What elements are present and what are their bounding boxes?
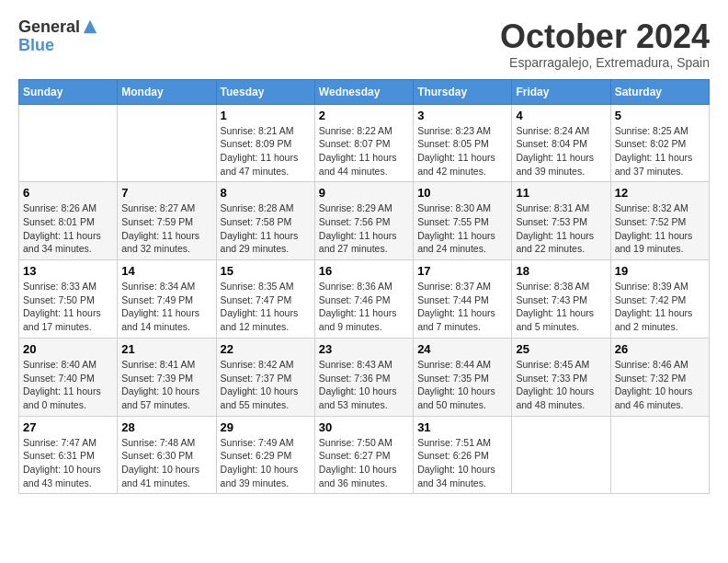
day-info: Sunrise: 8:40 AMSunset: 7:40 PMDaylight:… xyxy=(23,358,113,412)
day-number: 21 xyxy=(121,342,211,356)
day-number: 4 xyxy=(516,109,606,122)
day-number: 30 xyxy=(319,420,409,434)
logo-general-text: General xyxy=(18,18,80,37)
day-info: Sunrise: 8:29 AMSunset: 7:56 PMDaylight:… xyxy=(319,201,409,256)
day-number: 20 xyxy=(23,342,113,356)
day-number: 28 xyxy=(121,420,211,434)
day-info: Sunrise: 8:30 AMSunset: 7:55 PMDaylight:… xyxy=(417,201,507,256)
day-number: 11 xyxy=(516,186,606,200)
day-number: 15 xyxy=(221,264,311,278)
day-info: Sunrise: 8:22 AMSunset: 8:07 PMDaylight:… xyxy=(319,124,409,178)
day-number: 6 xyxy=(23,186,113,200)
weekday-header-row: SundayMondayTuesdayWednesdayThursdayFrid… xyxy=(19,79,710,104)
logo: General Blue xyxy=(18,18,98,55)
calendar-cell: 7Sunrise: 8:27 AMSunset: 7:59 PMDaylight… xyxy=(118,182,216,260)
day-number: 5 xyxy=(615,109,705,122)
day-info: Sunrise: 8:27 AMSunset: 7:59 PMDaylight:… xyxy=(121,201,211,256)
month-title: October 2024 xyxy=(500,18,710,55)
calendar-cell: 17Sunrise: 8:37 AMSunset: 7:44 PMDayligh… xyxy=(414,260,512,339)
day-number: 7 xyxy=(121,186,211,200)
calendar-cell: 26Sunrise: 8:46 AMSunset: 7:32 PMDayligh… xyxy=(610,338,709,416)
day-number: 2 xyxy=(319,109,409,122)
weekday-header: Wednesday xyxy=(314,79,413,104)
weekday-header: Friday xyxy=(512,79,610,104)
calendar-cell: 11Sunrise: 8:31 AMSunset: 7:53 PMDayligh… xyxy=(512,182,610,260)
calendar-cell: 31Sunrise: 7:51 AMSunset: 6:26 PMDayligh… xyxy=(414,416,512,494)
calendar-week-row: 27Sunrise: 7:47 AMSunset: 6:31 PMDayligh… xyxy=(19,416,710,494)
weekday-header: Thursday xyxy=(414,79,512,104)
title-block: October 2024 Esparragalejo, Extremadura,… xyxy=(500,18,710,70)
day-number: 19 xyxy=(615,264,705,278)
calendar-week-row: 1Sunrise: 8:21 AMSunset: 8:09 PMDaylight… xyxy=(19,104,710,182)
logo-blue-text: Blue xyxy=(18,37,80,55)
calendar-cell: 29Sunrise: 7:49 AMSunset: 6:29 PMDayligh… xyxy=(216,416,314,494)
day-number: 29 xyxy=(221,420,311,434)
day-number: 13 xyxy=(23,264,113,278)
calendar-cell: 4Sunrise: 8:24 AMSunset: 8:04 PMDaylight… xyxy=(512,104,610,182)
calendar-cell xyxy=(19,104,118,182)
calendar-cell: 22Sunrise: 8:42 AMSunset: 7:37 PMDayligh… xyxy=(216,338,314,416)
day-info: Sunrise: 7:47 AMSunset: 6:31 PMDaylight:… xyxy=(23,436,113,490)
calendar-cell: 10Sunrise: 8:30 AMSunset: 7:55 PMDayligh… xyxy=(414,182,512,260)
day-info: Sunrise: 7:51 AMSunset: 6:26 PMDaylight:… xyxy=(417,436,507,490)
calendar-cell: 3Sunrise: 8:23 AMSunset: 8:05 PMDaylight… xyxy=(414,104,512,182)
day-info: Sunrise: 8:42 AMSunset: 7:37 PMDaylight:… xyxy=(221,358,311,412)
day-info: Sunrise: 8:25 AMSunset: 8:02 PMDaylight:… xyxy=(615,124,705,178)
day-number: 22 xyxy=(221,342,311,356)
day-number: 12 xyxy=(615,186,705,200)
calendar-cell: 2Sunrise: 8:22 AMSunset: 8:07 PMDaylight… xyxy=(314,104,413,182)
weekday-header: Saturday xyxy=(610,79,709,104)
day-info: Sunrise: 8:35 AMSunset: 7:47 PMDaylight:… xyxy=(221,280,311,334)
calendar-cell: 27Sunrise: 7:47 AMSunset: 6:31 PMDayligh… xyxy=(19,416,118,494)
calendar-cell: 14Sunrise: 8:34 AMSunset: 7:49 PMDayligh… xyxy=(118,260,216,339)
day-info: Sunrise: 8:28 AMSunset: 7:58 PMDaylight:… xyxy=(221,201,311,256)
day-number: 10 xyxy=(417,186,507,200)
calendar-cell: 19Sunrise: 8:39 AMSunset: 7:42 PMDayligh… xyxy=(610,260,709,339)
day-info: Sunrise: 8:36 AMSunset: 7:46 PMDaylight:… xyxy=(319,280,409,334)
day-number: 18 xyxy=(516,264,606,278)
calendar-week-row: 13Sunrise: 8:33 AMSunset: 7:50 PMDayligh… xyxy=(19,260,710,339)
logo-icon xyxy=(82,18,98,35)
day-info: Sunrise: 8:43 AMSunset: 7:36 PMDaylight:… xyxy=(319,358,409,412)
day-number: 23 xyxy=(319,342,409,356)
day-number: 16 xyxy=(319,264,409,278)
day-info: Sunrise: 8:34 AMSunset: 7:49 PMDaylight:… xyxy=(121,280,211,334)
day-info: Sunrise: 8:24 AMSunset: 8:04 PMDaylight:… xyxy=(516,124,606,178)
weekday-header: Tuesday xyxy=(216,79,314,104)
page-header: General Blue October 2024 Esparragalejo,… xyxy=(18,18,710,70)
day-number: 17 xyxy=(417,264,507,278)
day-number: 27 xyxy=(23,420,113,434)
calendar-cell: 9Sunrise: 8:29 AMSunset: 7:56 PMDaylight… xyxy=(314,182,413,260)
day-info: Sunrise: 8:46 AMSunset: 7:32 PMDaylight:… xyxy=(615,358,705,412)
calendar-cell: 24Sunrise: 8:44 AMSunset: 7:35 PMDayligh… xyxy=(414,338,512,416)
day-info: Sunrise: 7:50 AMSunset: 6:27 PMDaylight:… xyxy=(319,436,409,490)
calendar-cell: 30Sunrise: 7:50 AMSunset: 6:27 PMDayligh… xyxy=(314,416,413,494)
day-number: 8 xyxy=(221,186,311,200)
day-info: Sunrise: 8:32 AMSunset: 7:52 PMDaylight:… xyxy=(615,201,705,256)
calendar-week-row: 6Sunrise: 8:26 AMSunset: 8:01 PMDaylight… xyxy=(19,182,710,260)
day-number: 26 xyxy=(615,342,705,356)
day-info: Sunrise: 8:44 AMSunset: 7:35 PMDaylight:… xyxy=(417,358,507,412)
calendar-cell: 18Sunrise: 8:38 AMSunset: 7:43 PMDayligh… xyxy=(512,260,610,339)
day-info: Sunrise: 8:33 AMSunset: 7:50 PMDaylight:… xyxy=(23,280,113,334)
day-number: 14 xyxy=(121,264,211,278)
day-info: Sunrise: 8:41 AMSunset: 7:39 PMDaylight:… xyxy=(121,358,211,412)
calendar-cell: 25Sunrise: 8:45 AMSunset: 7:33 PMDayligh… xyxy=(512,338,610,416)
calendar-cell: 23Sunrise: 8:43 AMSunset: 7:36 PMDayligh… xyxy=(314,338,413,416)
calendar-week-row: 20Sunrise: 8:40 AMSunset: 7:40 PMDayligh… xyxy=(19,338,710,416)
calendar-cell xyxy=(610,416,709,494)
location: Esparragalejo, Extremadura, Spain xyxy=(500,55,710,70)
day-info: Sunrise: 8:39 AMSunset: 7:42 PMDaylight:… xyxy=(615,280,705,334)
calendar-cell: 6Sunrise: 8:26 AMSunset: 8:01 PMDaylight… xyxy=(19,182,118,260)
day-info: Sunrise: 8:45 AMSunset: 7:33 PMDaylight:… xyxy=(516,358,606,412)
day-number: 9 xyxy=(319,186,409,200)
weekday-header: Monday xyxy=(118,79,216,104)
day-info: Sunrise: 8:21 AMSunset: 8:09 PMDaylight:… xyxy=(221,124,311,178)
day-number: 1 xyxy=(221,109,311,122)
calendar-cell: 8Sunrise: 8:28 AMSunset: 7:58 PMDaylight… xyxy=(216,182,314,260)
day-number: 31 xyxy=(417,420,507,434)
day-info: Sunrise: 7:49 AMSunset: 6:29 PMDaylight:… xyxy=(221,436,311,490)
day-info: Sunrise: 8:26 AMSunset: 8:01 PMDaylight:… xyxy=(23,201,113,256)
calendar-cell: 12Sunrise: 8:32 AMSunset: 7:52 PMDayligh… xyxy=(610,182,709,260)
calendar-cell xyxy=(118,104,216,182)
